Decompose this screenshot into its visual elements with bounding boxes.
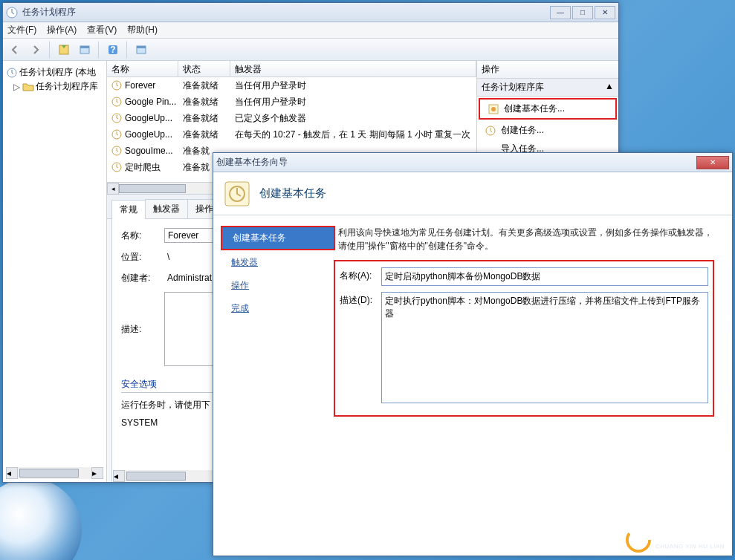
tree-root-label: 任务计划程序 (本地 [19, 66, 96, 79]
step-finish[interactable]: 完成 [224, 298, 332, 319]
back-button[interactable] [6, 41, 24, 59]
wizard-header: 创建基本任务 [213, 172, 732, 215]
tab-general[interactable]: 常规 [111, 200, 146, 219]
actions-header: 操作 [477, 61, 618, 79]
folder-icon [22, 81, 34, 93]
nav-tree: 任务计划程序 (本地 ▷ 任务计划程序库 ◂▸ [3, 61, 107, 482]
help-icon[interactable]: ? [104, 41, 122, 59]
label-name: 名称: [121, 229, 158, 242]
separator [98, 41, 100, 59]
col-name[interactable]: 名称 [107, 61, 178, 76]
actions-group[interactable]: 任务计划程序库 ▲ [477, 79, 618, 97]
table-row[interactable]: Forever准备就绪当任何用户登录时 [107, 77, 476, 94]
tree-child[interactable]: ▷ 任务计划程序库 [6, 79, 103, 94]
table-row[interactable]: GoogleUp...准备就绪在每天的 10:27 - 触发后，在 1 天 期间… [107, 126, 476, 143]
wizard-form-highlight: 名称(A): 定时启动python脚本备份MongoDB数据 描述(D): 定时… [334, 260, 714, 417]
table-row[interactable]: Google Pin...准备就绪当任何用户登录时 [107, 94, 476, 110]
logo-brand: 创新互联 [655, 531, 691, 541]
step-create-basic[interactable]: 创建基本任务 [221, 226, 335, 250]
toolbar-icon-2[interactable] [76, 41, 94, 59]
tree-root[interactable]: 任务计划程序 (本地 [6, 65, 103, 79]
create-basic-task-wizard: 创建基本任务向导 ✕ 创建基本任务 创建基本任务 触发器 操作 完成 利用该向导… [213, 152, 733, 556]
highlight-create-basic: 创建基本任务... [479, 98, 617, 120]
wizard-title: 创建基本任务向导 [216, 156, 696, 169]
svg-point-16 [491, 107, 496, 111]
tree-child-label: 任务计划程序库 [36, 80, 98, 93]
svg-rect-3 [80, 46, 89, 48]
watermark-logo: 创新互联 CHUANG XIN HU LIAN [626, 527, 725, 553]
wiz-desc-textarea[interactable]: 定时执行python脚本：对MongoDB数据进行压缩，并将压缩文件上传到FTP… [381, 292, 708, 403]
menubar: 文件(F) 操作(A) 查看(V) 帮助(H) [3, 22, 618, 39]
wiz-desc-label: 描述(D): [340, 292, 381, 403]
actions-group-label: 任务计划程序库 [482, 81, 544, 94]
maximize-button[interactable]: □ [572, 6, 593, 19]
toolbar-icon-3[interactable] [132, 41, 150, 59]
action-label: 创建基本任务... [504, 102, 565, 115]
forward-button[interactable] [27, 41, 45, 59]
wizard-header-icon [224, 180, 250, 207]
separator [49, 41, 51, 59]
wizard-close-button[interactable]: ✕ [696, 156, 729, 169]
label-loc: 位置: [121, 251, 158, 264]
wiz-name-input[interactable]: 定时启动python脚本备份MongoDB数据 [381, 267, 708, 286]
collapse-icon[interactable]: ▲ [605, 81, 614, 94]
toolbar: ? [3, 39, 618, 61]
wizard-icon [488, 103, 499, 115]
wizard-titlebar[interactable]: 创建基本任务向导 ✕ [213, 153, 732, 172]
wizard-heading: 创建基本任务 [259, 186, 326, 201]
action-create-task[interactable]: 创建任务... [477, 121, 618, 140]
logo-sub: CHUANG XIN HU LIAN [655, 543, 725, 550]
app-icon [6, 7, 18, 19]
table-row[interactable]: GoogleUp...准备就绪已定义多个触发器 [107, 110, 476, 126]
task-icon [485, 125, 496, 137]
wizard-content: 利用该向导快速地为常见任务创建计划。有关更多高级选项或设置，例如多任务操作或触发… [332, 215, 732, 556]
col-trigger[interactable]: 触发器 [230, 61, 476, 76]
wizard-intro: 利用该向导快速地为常见任务创建计划。有关更多高级选项或设置，例如多任务操作或触发… [338, 226, 719, 253]
step-action[interactable]: 操作 [224, 275, 332, 296]
minimize-button[interactable]: — [550, 6, 571, 19]
menu-action[interactable]: 操作(A) [47, 24, 77, 36]
col-state[interactable]: 状态 [178, 61, 230, 76]
svg-rect-7 [137, 46, 146, 48]
action-create-basic-task[interactable]: 创建基本任务... [480, 100, 615, 118]
menu-view[interactable]: 查看(V) [87, 24, 117, 36]
label-desc: 描述: [121, 323, 158, 336]
wizard-steps: 创建基本任务 触发器 操作 完成 [213, 215, 332, 556]
menu-help[interactable]: 帮助(H) [127, 24, 158, 36]
tree-scrollbar[interactable]: ◂▸ [6, 467, 103, 479]
svg-text:?: ? [110, 45, 115, 55]
svg-point-20 [627, 529, 650, 551]
titlebar[interactable]: 任务计划程序 — □ ✕ [3, 3, 618, 22]
start-orb-decor [0, 478, 82, 560]
clock-icon [6, 67, 18, 79]
close-button[interactable]: ✕ [595, 6, 615, 19]
window-title: 任务计划程序 [22, 6, 550, 19]
step-trigger[interactable]: 触发器 [224, 252, 332, 273]
wiz-name-label: 名称(A): [340, 267, 381, 286]
action-label: 创建任务... [501, 124, 544, 137]
list-header: 名称 状态 触发器 [107, 61, 476, 77]
expand-icon[interactable]: ▷ [12, 82, 21, 92]
separator [126, 41, 128, 59]
tab-triggers[interactable]: 触发器 [145, 199, 188, 218]
label-author: 创建者: [121, 272, 158, 284]
logo-icon [626, 527, 651, 553]
menu-file[interactable]: 文件(F) [7, 24, 36, 36]
toolbar-icon-1[interactable] [55, 41, 73, 59]
